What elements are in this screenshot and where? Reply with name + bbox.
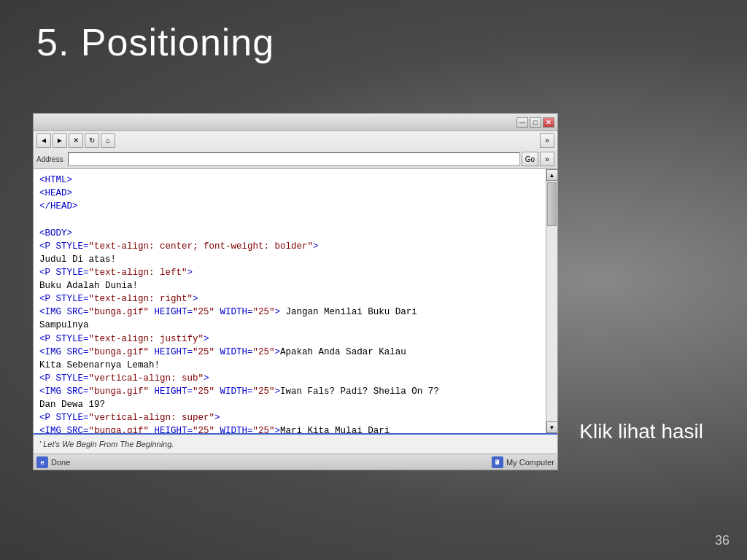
code-line-14: <IMG SRC="bunga.gif" HEIGHT="25" WIDTH="… [39, 386, 280, 397]
klik-lihat-hasil-label: Klik lihat hasil [579, 420, 703, 443]
home-button[interactable]: ⌂ [101, 133, 115, 148]
browser-titlebar: — □ ✕ [34, 114, 557, 131]
forward-button[interactable]: ► [53, 133, 67, 148]
status-right: 🖥 My Computer [492, 456, 554, 468]
computer-icon: 🖥 [492, 456, 503, 468]
scrollbar-down-button[interactable]: ▼ [546, 421, 558, 433]
browser-maximize-button[interactable]: □ [530, 117, 541, 128]
code-line-7: <P STYLE="text-align: left"> [39, 268, 193, 278]
scrollbar-up-button[interactable]: ▲ [546, 169, 558, 181]
scrollbar-track [546, 181, 557, 421]
code-line-12b: Kita Sebenarnya Lemah! [39, 360, 160, 370]
code-line-3: </HEAD> [39, 201, 78, 211]
code-line-10b: Sampulnya [39, 320, 89, 330]
go-button[interactable]: Go [522, 152, 538, 166]
code-line-11: <P STYLE="text-align: justify"> [39, 334, 209, 344]
browser-code-content: <HTML> <HEAD> </HEAD> <BODY> <P STYLE="t… [34, 169, 546, 433]
browser-close-button[interactable]: ✕ [543, 117, 554, 128]
code-text-14: Iwan Fals? Padi? Sheila On 7? [280, 386, 439, 397]
status-icon: e [36, 456, 48, 468]
address-bar[interactable] [68, 152, 520, 166]
code-text-16: Mari Kita Mulai Dari [280, 426, 390, 433]
browser-toolbar: ◄ ► ✕ ↻ ⌂ » Address Go » [34, 131, 557, 169]
code-line-6: Judul Di atas! [39, 254, 116, 265]
code-text-10: Jangan Menilai Buku Dari [280, 307, 417, 317]
slide-title: 5. Positioning [36, 20, 274, 64]
code-line-13: <P STYLE="vertical-align: sub"> [39, 373, 209, 384]
browser-statusbar: e Done 🖥 My Computer [34, 454, 557, 470]
status-text: Done [51, 458, 70, 467]
code-line-8: Buku Adalah Dunia! [39, 281, 138, 291]
browser-preview-bar: ' Let's We Begin From The Beginning. [34, 433, 557, 454]
browser-content-wrapper: <HTML> <HEAD> </HEAD> <BODY> <P STYLE="t… [34, 169, 557, 433]
toolbar-arrows2[interactable]: » [540, 152, 554, 166]
code-line-5: <P STYLE="text-align: center; font-weigh… [39, 241, 319, 252]
my-computer-text: My Computer [506, 458, 554, 467]
preview-text: ' Let's We Begin From The Beginning. [39, 440, 174, 448]
back-button[interactable]: ◄ [36, 133, 51, 148]
browser-scrollbar: ▲ ▼ [546, 169, 557, 433]
code-line-16: <IMG SRC="bunga.gif" HEIGHT="25" WIDTH="… [39, 426, 280, 433]
code-line-9: <P STYLE="text-align: right"> [39, 294, 198, 304]
code-line-14b: Dan Dewa 19? [39, 400, 105, 410]
stop-button[interactable]: ✕ [69, 133, 83, 148]
code-line-15: <P STYLE="vertical-align: super"> [39, 413, 220, 423]
code-line-1: <HTML> [39, 175, 72, 185]
code-line-4: <BODY> [39, 228, 72, 238]
toolbar-arrows1[interactable]: » [540, 133, 554, 148]
slide-number: 36 [715, 533, 729, 548]
code-line-2: <HEAD> [39, 188, 72, 198]
refresh-button[interactable]: ↻ [85, 133, 99, 148]
browser-minimize-button[interactable]: — [516, 117, 528, 128]
code-line-12: <IMG SRC="bunga.gif" HEIGHT="25" WIDTH="… [39, 347, 280, 357]
code-text-12: Apakah Anda Sadar Kalau [280, 347, 406, 357]
address-label: Address [36, 155, 63, 163]
scrollbar-thumb[interactable] [547, 182, 557, 226]
browser-window: — □ ✕ ◄ ► ✕ ↻ ⌂ » Address Go » <HTML> <H… [33, 113, 558, 470]
code-line-10: <IMG SRC="bunga.gif" HEIGHT="25" WIDTH="… [39, 307, 280, 317]
